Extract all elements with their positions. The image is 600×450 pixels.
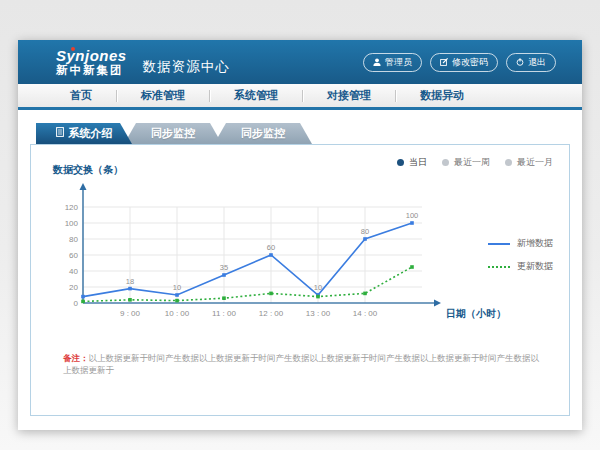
user-icon [373, 58, 381, 66]
data-point-marker [81, 300, 85, 304]
logout-button[interactable]: 退出 [506, 53, 556, 72]
data-point-label: 60 [267, 243, 275, 252]
data-point-marker [410, 221, 414, 225]
x-axis-arrow [434, 300, 441, 307]
x-tick-label: 12 : 00 [259, 309, 284, 318]
footer-note: 备注：以上数据更新于时间产生数据以上数据更新于时间产生数据以上数据更新于时间产生… [63, 353, 545, 377]
x-tick-label: 10 : 00 [165, 309, 190, 318]
data-point-marker [363, 292, 367, 296]
change-password-button[interactable]: 修改密码 [430, 53, 498, 72]
data-point-marker [175, 293, 179, 297]
data-point-label: 100 [406, 211, 419, 220]
brand-logo[interactable]: Synjones 新中新集团 [56, 48, 127, 76]
filter-today[interactable]: 当日 [397, 156, 427, 169]
user-name: 管理员 [385, 56, 412, 69]
logout-label: 退出 [528, 56, 546, 69]
radio-dot [397, 159, 404, 166]
desktop-background: Synjones 新中新集团 数据资源中心 管理员 修改密码 [0, 0, 600, 450]
data-point-marker [81, 295, 85, 299]
data-point-marker [363, 237, 367, 241]
nav-divider [395, 90, 396, 102]
nav-item-standard-mgmt[interactable]: 标准管理 [135, 88, 191, 103]
filter-label: 当日 [409, 156, 427, 169]
filter-last-week[interactable]: 最近一周 [442, 156, 490, 169]
data-point-label: 10 [173, 283, 181, 292]
nav-item-integration-mgmt[interactable]: 对接管理 [321, 88, 377, 103]
x-tick-label: 14 : 00 [353, 309, 378, 318]
data-point-marker [222, 273, 226, 277]
y-tick-label: 40 [69, 267, 78, 276]
note-prefix: 备注： [63, 353, 89, 363]
tab-sync-monitor-2[interactable]: 同步监控 [214, 123, 312, 144]
legend-item-updated-data: 更新数据 [488, 260, 553, 273]
time-range-filters: 当日 最近一周 最近一月 [397, 156, 553, 169]
y-tick-label: 60 [69, 251, 78, 260]
note-text: 以上数据更新于时间产生数据以上数据更新于时间产生数据以上数据更新于时间产生数据以… [63, 353, 539, 375]
legend-line-solid [488, 243, 510, 245]
data-point-label: 35 [220, 263, 228, 272]
page-title: 数据资源中心 [143, 58, 230, 76]
app-window: Synjones 新中新集团 数据资源中心 管理员 修改密码 [18, 40, 582, 430]
data-point-marker [269, 292, 273, 296]
legend-item-new-data: 新增数据 [488, 237, 553, 250]
y-tick-label: 20 [69, 283, 78, 292]
legend-label: 新增数据 [517, 237, 553, 250]
nav-item-system-mgmt[interactable]: 系统管理 [228, 88, 284, 103]
data-point-label: 10 [314, 283, 322, 292]
y-axis-arrow [80, 183, 87, 190]
radio-dot [442, 159, 449, 166]
power-icon [516, 58, 524, 66]
filter-label: 最近一周 [454, 156, 490, 169]
brand-logo-text: Synjones [56, 48, 127, 64]
data-point-marker [128, 298, 132, 302]
x-axis-title: 日期（小时） [446, 308, 506, 319]
main-nav: 首页 标准管理 系统管理 对接管理 数据异动 [18, 84, 582, 110]
y-tick-label: 0 [74, 299, 79, 308]
tab-sync-monitor-1[interactable]: 同步监控 [124, 123, 222, 144]
chart-panel: 当日 最近一周 最近一月 数据交换（条） 0204060801001209 : … [30, 144, 570, 416]
y-tick-label: 80 [69, 235, 78, 244]
tab-system-intro[interactable]: 系统介绍 [36, 123, 132, 144]
legend-label: 更新数据 [517, 260, 553, 273]
userbar: 管理员 修改密码 退出 [363, 53, 556, 72]
change-password-label: 修改密码 [452, 56, 488, 69]
line-chart: 0204060801001209 : 0010 : 0011 : 0012 : … [47, 181, 517, 333]
nav-divider [116, 90, 117, 102]
chart-canvas: 0204060801001209 : 0010 : 0011 : 0012 : … [47, 181, 517, 329]
filter-label: 最近一月 [517, 156, 553, 169]
tabstrip: 系统介绍 同步监控 同步监控 [36, 123, 570, 144]
data-point-marker [175, 299, 179, 303]
edit-icon [440, 58, 448, 66]
data-point-label: 18 [126, 277, 134, 286]
user-button[interactable]: 管理员 [363, 53, 422, 72]
document-icon [56, 123, 64, 144]
radio-dot [505, 159, 512, 166]
app-header: Synjones 新中新集团 数据资源中心 管理员 修改密码 [18, 40, 582, 84]
x-tick-label: 9 : 00 [120, 309, 141, 318]
tab-label: 系统介绍 [69, 123, 113, 144]
nav-item-data-change[interactable]: 数据异动 [414, 88, 470, 103]
data-point-marker [410, 265, 414, 269]
nav-divider [302, 90, 303, 102]
y-tick-label: 100 [65, 219, 79, 228]
data-point-marker [128, 287, 132, 291]
x-tick-label: 11 : 00 [212, 309, 236, 318]
filter-last-month[interactable]: 最近一月 [505, 156, 553, 169]
data-point-marker [222, 296, 226, 300]
data-point-label: 80 [361, 227, 369, 236]
brand-logo-cn: 新中新集团 [56, 64, 127, 76]
y-axis-title: 数据交换（条） [53, 163, 123, 177]
chart-legend: 新增数据 更新数据 [488, 237, 553, 273]
x-tick-label: 13 : 00 [306, 309, 331, 318]
legend-line-dotted [488, 266, 510, 268]
data-point-marker [316, 295, 320, 299]
nav-item-home[interactable]: 首页 [64, 88, 98, 103]
data-point-marker [269, 253, 273, 257]
y-tick-label: 120 [65, 203, 79, 212]
nav-divider [209, 90, 210, 102]
